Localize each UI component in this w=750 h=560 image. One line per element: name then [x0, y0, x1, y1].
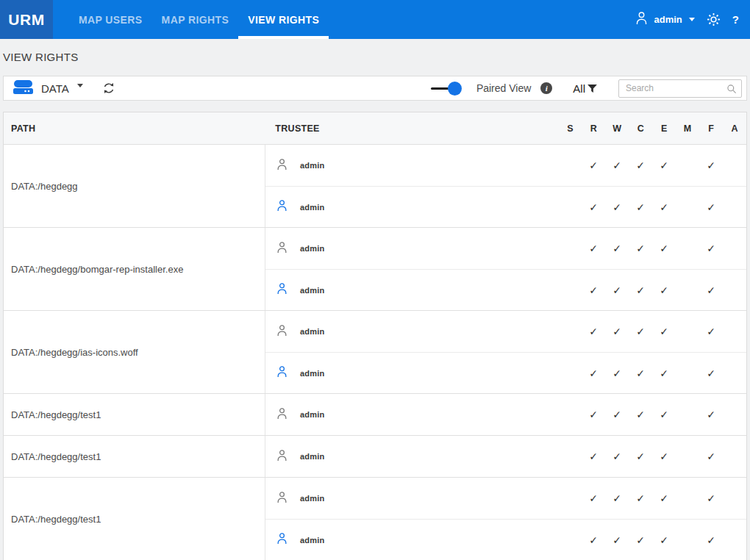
path-cell: DATA:/hegdegg/test1 [4, 478, 265, 560]
column-header-right: W [605, 123, 629, 134]
check-icon: ✓ [629, 534, 652, 546]
check-icon: ✓ [582, 534, 605, 546]
paired-view-toggle[interactable] [431, 82, 462, 96]
trustee-info: admin [265, 199, 558, 215]
trustee-name: admin [300, 452, 324, 461]
check-icon: ✓ [699, 409, 723, 420]
trustee-info: admin [265, 407, 558, 423]
user-icon [276, 282, 288, 298]
search-box [618, 79, 742, 98]
user-menu[interactable]: admin [635, 11, 695, 28]
check-icon: ✓ [699, 326, 723, 337]
check-icon: ✓ [629, 159, 652, 171]
column-header-path: PATH [4, 123, 266, 134]
path-cell: DATA:/hegdegg/bomgar-rep-installer.exe [4, 228, 265, 310]
nav-tab-view-rights[interactable]: VIEW RIGHTS [238, 0, 329, 39]
search-input[interactable] [618, 79, 742, 98]
check-icon: ✓ [629, 367, 652, 379]
path-group: DATA:/hegdegg/test1admin✓✓✓✓✓admin✓✓✓✓✓ [4, 478, 746, 560]
user-icon [635, 11, 648, 28]
settings-icon[interactable] [707, 12, 721, 26]
path-group: DATA:/hegdegg/test1admin✓✓✓✓✓ [4, 436, 746, 478]
trustee-name: admin [300, 161, 324, 170]
trustee-info: admin [265, 449, 558, 464]
check-icon: ✓ [629, 409, 652, 420]
search-icon [726, 84, 737, 97]
target-label: DATA [41, 82, 69, 95]
trustee-name: admin [300, 494, 324, 503]
trustee-row: admin✓✓✓✓✓ [265, 436, 746, 477]
trustee-row: admin✓✓✓✓✓ [265, 228, 746, 269]
check-icon: ✓ [629, 243, 652, 254]
check-icon: ✓ [652, 492, 676, 504]
column-header-right: S [559, 123, 582, 134]
check-icon: ✓ [629, 326, 652, 337]
trustee-name: admin [300, 369, 324, 378]
check-icon: ✓ [652, 159, 676, 171]
check-icon: ✓ [652, 326, 676, 337]
check-icon: ✓ [629, 492, 652, 504]
refresh-icon [102, 82, 115, 95]
trustee-info: admin [265, 324, 558, 340]
check-icon: ✓ [605, 159, 629, 171]
path-group: DATA:/hegdeggadmin✓✓✓✓✓admin✓✓✓✓✓ [4, 145, 746, 228]
path-label: DATA:/hegdegg/test1 [11, 451, 101, 462]
brand-logo[interactable]: URM [0, 0, 53, 39]
top-nav: URM MAP USERS MAP RIGHTS VIEW RIGHTS adm… [0, 0, 750, 39]
user-icon [276, 365, 288, 381]
check-icon: ✓ [652, 243, 676, 254]
nav-tabs: MAP USERS MAP RIGHTS VIEW RIGHTS [69, 0, 329, 39]
nav-right: admin ? [635, 0, 750, 39]
filter-label: All [573, 82, 585, 95]
check-icon: ✓ [629, 284, 652, 296]
filter-icon [587, 83, 598, 94]
check-icon: ✓ [605, 492, 629, 504]
trustee-info: admin [265, 158, 558, 173]
nav-tab-map-users[interactable]: MAP USERS [69, 0, 152, 39]
user-icon [276, 324, 288, 340]
check-icon: ✓ [652, 284, 676, 296]
path-group: DATA:/hegdegg/test1admin✓✓✓✓✓ [4, 394, 746, 436]
chevron-down-icon [689, 18, 695, 21]
filter-control[interactable]: All [573, 82, 598, 95]
column-header-right: E [652, 123, 676, 134]
check-icon: ✓ [582, 159, 605, 171]
trustee-name: admin [300, 203, 324, 212]
paired-view-label: Paired View [476, 82, 531, 94]
check-icon: ✓ [582, 450, 605, 462]
check-icon: ✓ [582, 243, 605, 254]
trustee-rows: admin✓✓✓✓✓admin✓✓✓✓✓ [265, 311, 746, 393]
toolbar: DATA Paired View i All [3, 76, 747, 101]
check-icon: ✓ [699, 284, 723, 296]
check-icon: ✓ [629, 201, 652, 213]
trustee-rows: admin✓✓✓✓✓ [265, 394, 746, 435]
toggle-knob [448, 82, 462, 96]
check-icon: ✓ [629, 450, 652, 462]
path-label: DATA:/hegdegg/test1 [11, 514, 101, 525]
user-icon [276, 407, 288, 423]
info-icon[interactable]: i [540, 82, 552, 94]
path-cell: DATA:/hegdegg/test1 [4, 436, 265, 477]
trustee-row: admin✓✓✓✓✓ [265, 394, 746, 435]
refresh-button[interactable] [102, 82, 115, 95]
trustee-rows: admin✓✓✓✓✓admin✓✓✓✓✓ [265, 228, 746, 310]
check-icon: ✓ [699, 450, 723, 462]
trustee-rows: admin✓✓✓✓✓admin✓✓✓✓✓ [265, 145, 746, 227]
check-icon: ✓ [652, 201, 676, 213]
check-icon: ✓ [699, 367, 723, 379]
check-icon: ✓ [652, 367, 676, 379]
trustee-row: admin✓✓✓✓✓ [265, 478, 746, 519]
check-icon: ✓ [582, 367, 605, 379]
check-icon: ✓ [699, 492, 723, 504]
user-icon [276, 532, 288, 548]
help-icon[interactable]: ? [732, 13, 739, 26]
rights-table-body: DATA:/hegdeggadmin✓✓✓✓✓admin✓✓✓✓✓DATA:/h… [4, 145, 746, 560]
target-dropdown[interactable]: DATA [4, 80, 83, 97]
user-icon [276, 158, 288, 173]
trustee-rows: admin✓✓✓✓✓admin✓✓✓✓✓ [265, 478, 746, 560]
check-icon: ✓ [582, 326, 605, 337]
check-icon: ✓ [699, 243, 723, 254]
user-icon [276, 199, 288, 215]
column-header-right: C [629, 123, 652, 134]
nav-tab-map-rights[interactable]: MAP RIGHTS [152, 0, 239, 39]
